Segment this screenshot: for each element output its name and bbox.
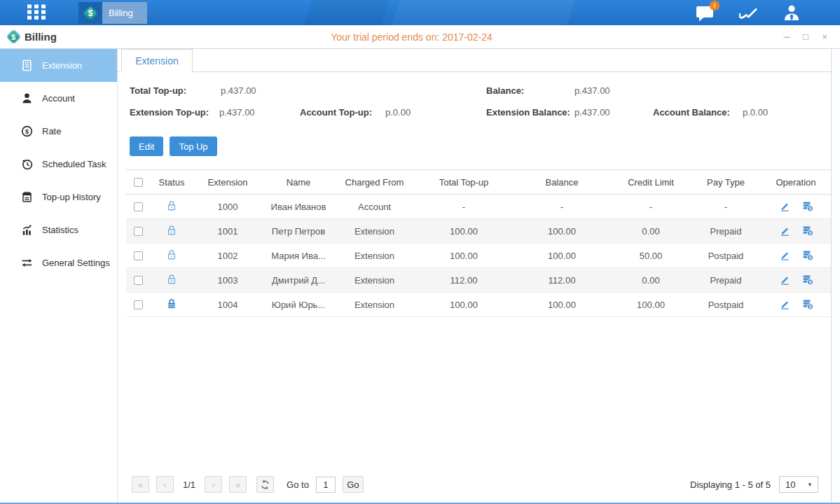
row-checkbox[interactable] <box>134 300 143 309</box>
cell-balance: 100.00 <box>513 300 611 310</box>
cell-extension: 1004 <box>193 300 263 310</box>
col-header-operation[interactable]: Operation <box>761 177 831 188</box>
sidebar-item-general-settings[interactable]: General Settings <box>0 246 117 279</box>
top-up-button[interactable]: Top Up <box>170 136 216 156</box>
sidebar-item-statistics[interactable]: Statistics <box>0 214 117 246</box>
col-header-total-top-up[interactable]: Total Top-up <box>415 177 513 188</box>
table-row-1001[interactable]: 1001Петр ПетровExtension100.00100.000.00… <box>126 219 831 244</box>
pagination-summary: Displaying 1 - 5 of 5 10 ▼ <box>690 476 818 493</box>
user-icon[interactable] <box>782 3 801 22</box>
monitor-chart-icon[interactable] <box>738 3 758 22</box>
extension-balance-label: Extension Balance: <box>486 107 570 118</box>
table-row-1000[interactable]: 1000Иван ИвановAccount----$ <box>126 195 831 219</box>
col-header-balance[interactable]: Balance <box>513 177 611 188</box>
window-controls: ─□× <box>782 31 840 43</box>
cell-operation: $ <box>761 201 831 212</box>
svg-text:$: $ <box>808 255 811 260</box>
sidebar-item-extension[interactable]: Extension <box>0 49 117 82</box>
tab-extension[interactable]: Extension <box>121 49 193 72</box>
edit-button[interactable] <box>779 201 791 212</box>
col-header-name[interactable]: Name <box>263 177 334 188</box>
pagination-bar: « ‹ 1/1 › » Go to Go Displaying 1 - 5 of… <box>118 471 831 503</box>
balance-label: Balance: <box>486 85 524 96</box>
col-header-status[interactable]: Status <box>151 177 193 188</box>
sidebar-item-scheduled-task[interactable]: Scheduled Task <box>0 148 117 181</box>
edit-button[interactable] <box>779 250 791 261</box>
top-up-button[interactable]: $ <box>801 225 813 237</box>
prev-page-button[interactable]: ‹ <box>156 476 174 493</box>
top-up-button[interactable]: $ <box>801 299 813 310</box>
cell-name: Юрий Юрь... <box>263 300 334 310</box>
topbar-texture <box>392 0 575 25</box>
cell-charged-from: Extension <box>334 226 415 237</box>
first-page-button[interactable]: « <box>132 476 149 493</box>
svg-text:$: $ <box>25 128 29 135</box>
edit-button[interactable] <box>779 299 791 310</box>
row-checkbox[interactable] <box>134 276 143 285</box>
edit-button[interactable] <box>779 274 791 286</box>
sidebar-item-label: Statistics <box>42 225 78 235</box>
goto-label: Go to <box>287 479 309 490</box>
cell-extension: 1000 <box>193 202 263 212</box>
app-body: ExtensionAccount$RateScheduled TaskTop-u… <box>0 49 840 503</box>
minimize-button[interactable]: ─ <box>782 31 792 43</box>
sidebar-item-rate[interactable]: $Rate <box>0 115 117 148</box>
account-balance-label: Account Balance: <box>653 107 730 118</box>
svg-text:$: $ <box>808 206 811 211</box>
table-row-1003[interactable]: 1003Дмитрий Д...Extension112.00112.000.0… <box>126 268 831 293</box>
last-page-button[interactable]: » <box>229 476 247 493</box>
status-locked-icon <box>166 298 177 309</box>
sidebar-item-label: Account <box>42 93 75 104</box>
sidebar-item-account[interactable]: Account <box>0 82 117 115</box>
status-unlocked-icon <box>166 274 177 285</box>
col-header-charged-from[interactable]: Charged From <box>334 177 415 188</box>
col-header-extension[interactable]: Extension <box>193 177 263 188</box>
edit-button[interactable] <box>779 225 791 237</box>
billing-diamond-icon: $ <box>6 30 20 44</box>
sidebar-item-label: General Settings <box>42 258 110 268</box>
status-unlocked-icon <box>166 249 177 260</box>
top-up-button[interactable]: $ <box>801 250 813 261</box>
sidebar-item-top-up-history[interactable]: Top-up History <box>0 181 117 214</box>
top-up-button[interactable]: $ <box>801 201 813 212</box>
general-settings-icon <box>21 257 33 269</box>
svg-text:$: $ <box>808 304 811 309</box>
sidebar-item-label: Top-up History <box>42 192 101 202</box>
statistics-icon <box>21 224 33 236</box>
messages-icon[interactable]: ! <box>695 3 715 22</box>
cell-charged-from: Account <box>334 202 415 212</box>
next-page-button[interactable]: › <box>205 476 222 493</box>
row-checkbox[interactable] <box>134 251 143 260</box>
close-button[interactable]: × <box>820 31 829 43</box>
page-indicator: 1/1 <box>183 479 195 490</box>
cell-charged-from: Extension <box>334 251 415 261</box>
apps-menu-button[interactable] <box>25 4 49 22</box>
edit-button[interactable]: Edit <box>130 136 163 156</box>
cell-total-topup: - <box>415 202 513 212</box>
col-header-credit-limit[interactable]: Credit Limit <box>611 177 691 188</box>
table-row-1002[interactable]: 1002Мария Ива...Extension100.00100.0050.… <box>126 244 831 268</box>
app-tab-billing[interactable]: $ Billing <box>78 2 147 24</box>
cell-pay-type: Postpaid <box>691 300 761 310</box>
table-row-1004[interactable]: 1004Юрий Юрь...Extension100.00100.00100.… <box>126 293 831 317</box>
maximize-button[interactable]: □ <box>801 31 811 43</box>
cell-total-topup: 100.00 <box>415 300 513 310</box>
billing-summary: Total Top-up: p.437.00 Balance: p.437.00… <box>118 72 831 136</box>
toolbar: Edit Top Up <box>118 136 831 156</box>
caret-down-icon: ▼ <box>807 482 813 488</box>
col-header-pay-type[interactable]: Pay Type <box>691 177 761 188</box>
cell-charged-from: Extension <box>334 300 415 310</box>
refresh-button[interactable] <box>256 476 274 493</box>
sidebar: ExtensionAccount$RateScheduled TaskTop-u… <box>0 49 118 503</box>
top-up-button[interactable]: $ <box>801 274 813 286</box>
goto-page-input[interactable] <box>316 477 336 493</box>
row-checkbox-cell <box>126 227 151 236</box>
title-left: $ Billing <box>0 30 57 44</box>
row-checkbox[interactable] <box>134 202 143 211</box>
go-button[interactable]: Go <box>343 476 364 493</box>
page-size-select[interactable]: 10 ▼ <box>779 476 818 493</box>
extension-topup-label: Extension Top-up: <box>130 107 209 118</box>
row-checkbox[interactable] <box>134 227 143 236</box>
rate-icon: $ <box>21 125 33 137</box>
select-all-checkbox[interactable] <box>134 178 143 187</box>
